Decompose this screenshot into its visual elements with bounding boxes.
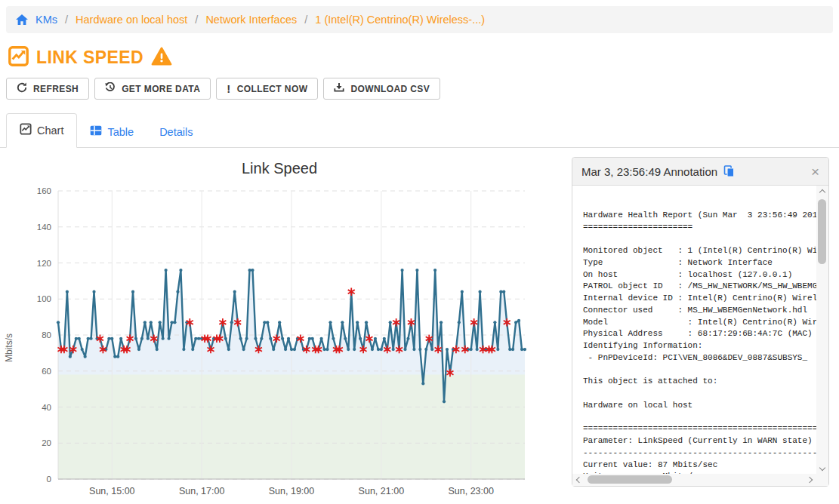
annotation-body: Hardware Health Report (Sun Mar 3 23:56:…	[572, 186, 828, 486]
history-icon	[105, 82, 116, 95]
annotation-panel-header: Mar 3, 23:56:49 Annotation ×	[572, 158, 828, 186]
scroll-down-arrow[interactable]	[819, 465, 825, 471]
svg-text:120: 120	[37, 259, 51, 268]
exclamation-icon: !	[227, 83, 230, 94]
table-icon	[90, 125, 102, 138]
refresh-icon	[17, 82, 27, 95]
tab-table[interactable]: Table	[77, 116, 147, 148]
svg-text:20: 20	[42, 438, 51, 447]
scroll-left-arrow[interactable]	[576, 477, 582, 483]
close-icon[interactable]: ×	[811, 164, 819, 179]
breadcrumb-separator: /	[304, 14, 307, 26]
line-chart-icon	[8, 46, 29, 69]
scroll-up-arrow[interactable]	[819, 189, 825, 195]
toolbar: REFRESH GET MORE DATA ! COLLECT NOW DOWN…	[6, 78, 440, 100]
copy-icon[interactable]	[723, 165, 735, 177]
tab-bar: Chart Table Details	[0, 113, 839, 148]
svg-text:Sun, 19:00: Sun, 19:00	[269, 486, 315, 496]
breadcrumb: KMs / Hardware on local host / Network I…	[6, 6, 833, 33]
svg-text:160: 160	[37, 186, 51, 195]
svg-text:140: 140	[37, 223, 51, 232]
svg-text:Sun, 23:00: Sun, 23:00	[448, 486, 494, 496]
collect-now-button[interactable]: ! COLLECT NOW	[216, 78, 318, 100]
svg-text:Sun, 15:00: Sun, 15:00	[89, 486, 135, 496]
home-icon[interactable]	[16, 14, 28, 26]
breadcrumb-separator: /	[65, 14, 68, 26]
svg-text:Sun, 17:00: Sun, 17:00	[179, 486, 225, 496]
tab-chart[interactable]: Chart	[6, 113, 77, 148]
breadcrumb-item-hardware[interactable]: Hardware on local host	[76, 14, 187, 26]
vertical-scrollbar[interactable]	[816, 186, 828, 474]
annotation-text: Hardware Health Report (Sun Mar 3 23:56:…	[572, 186, 828, 486]
svg-text:100: 100	[37, 294, 51, 303]
line-chart-icon	[20, 123, 32, 137]
chart-title: Link Speed	[0, 160, 559, 177]
annotation-panel: Mar 3, 23:56:49 Annotation × Hardware He…	[572, 157, 829, 487]
tab-details[interactable]: Details	[147, 117, 205, 148]
horizontal-scrollbar[interactable]	[572, 474, 816, 486]
annotation-title: Mar 3, 23:56:49 Annotation	[581, 165, 717, 178]
svg-text:60: 60	[42, 367, 51, 376]
svg-text:0: 0	[47, 475, 51, 484]
breadcrumb-item-device[interactable]: 1 (Intel(R) Centrino(R) Wireless-...)	[315, 14, 485, 26]
link-speed-chart[interactable]: 020406080100120140160Sun, 15:00Sun, 17:0…	[0, 183, 559, 504]
warning-icon	[151, 47, 172, 69]
download-csv-button[interactable]: DOWNLOAD CSV	[323, 78, 440, 100]
breadcrumb-separator: /	[195, 14, 198, 26]
breadcrumb-item-kms[interactable]: KMs	[35, 14, 57, 26]
page-title-row: LINK SPEED	[8, 46, 172, 69]
svg-text:Mbits/s: Mbits/s	[4, 333, 14, 362]
svg-text:80: 80	[42, 330, 51, 340]
download-icon	[334, 82, 344, 95]
svg-text:40: 40	[42, 403, 51, 412]
breadcrumb-item-network-interfaces[interactable]: Network Interfaces	[205, 14, 297, 26]
vertical-scroll-thumb[interactable]	[818, 199, 826, 264]
horizontal-scroll-thumb[interactable]	[588, 475, 672, 484]
get-more-data-button[interactable]: GET MORE DATA	[94, 78, 211, 100]
scrollbar-corner	[816, 474, 828, 486]
svg-text:Sun, 21:00: Sun, 21:00	[359, 486, 405, 496]
page-title: LINK SPEED	[36, 48, 143, 68]
scroll-right-arrow[interactable]	[807, 477, 813, 483]
refresh-button[interactable]: REFRESH	[6, 78, 89, 100]
